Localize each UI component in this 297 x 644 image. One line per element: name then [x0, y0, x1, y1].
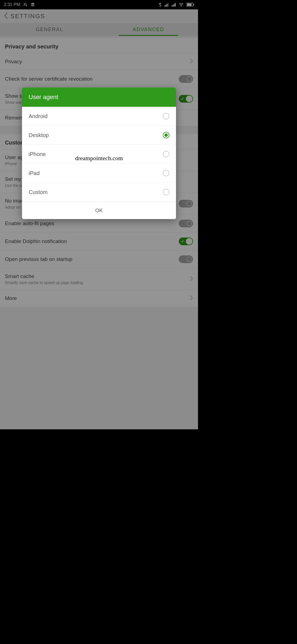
user-agent-dialog: User agent Android Desktop iPhone iPad C… [22, 88, 176, 219]
option-iphone[interactable]: iPhone [22, 145, 176, 164]
screen: 2:31 PM [0, 0, 198, 429]
radio-icon [163, 113, 169, 119]
dialog-title: User agent [22, 88, 176, 107]
option-ipad[interactable]: iPad [22, 164, 176, 183]
radio-icon [163, 151, 169, 157]
option-android[interactable]: Android [22, 107, 176, 126]
option-custom[interactable]: Custom [22, 183, 176, 202]
radio-icon [163, 170, 169, 176]
radio-selected-icon [163, 132, 169, 138]
ok-button[interactable]: OK [22, 202, 176, 219]
radio-icon [163, 189, 169, 195]
option-desktop[interactable]: Desktop [22, 126, 176, 145]
